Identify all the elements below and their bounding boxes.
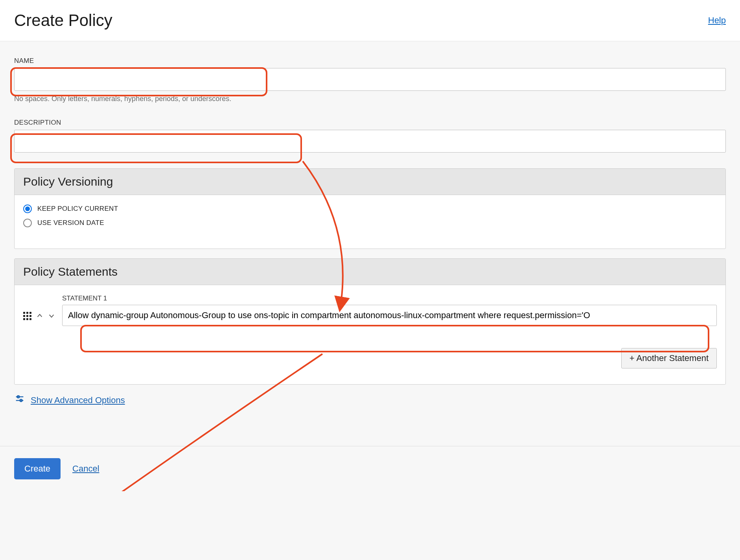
name-label: NAME — [14, 57, 726, 65]
name-input[interactable] — [14, 68, 726, 91]
create-button[interactable]: Create — [14, 458, 61, 479]
radio-label-use-version-date: USE VERSION DATE — [37, 219, 104, 227]
policy-versioning-title: Policy Versioning — [15, 169, 725, 195]
radio-icon — [23, 204, 32, 213]
name-helper-text: No spaces. Only letters, numerals, hyphe… — [14, 95, 726, 103]
page-title: Create Policy — [14, 11, 112, 30]
description-input[interactable] — [14, 130, 726, 153]
description-label: DESCRIPTION — [14, 119, 726, 127]
name-field: NAME No spaces. Only letters, numerals, … — [14, 57, 726, 103]
sliders-icon — [14, 394, 25, 407]
page-header: Create Policy Help — [0, 0, 740, 41]
add-statement-button[interactable]: + Another Statement — [621, 348, 717, 368]
help-link[interactable]: Help — [708, 15, 726, 26]
drag-handle-icon[interactable] — [23, 312, 31, 320]
description-field: DESCRIPTION — [14, 119, 726, 153]
radio-use-version-date[interactable]: USE VERSION DATE — [23, 219, 717, 227]
statement-1-input[interactable] — [62, 305, 717, 326]
radio-icon — [23, 219, 32, 227]
show-advanced-options-link[interactable]: Show Advanced Options — [31, 395, 125, 405]
statement-row: STATEMENT 1 — [23, 295, 717, 326]
move-up-icon[interactable] — [36, 312, 43, 319]
footer: Create Cancel — [0, 446, 740, 491]
statement-label: STATEMENT 1 — [62, 295, 717, 302]
policy-statements-panel: Policy Statements STATEMENT 1 — [14, 258, 726, 385]
policy-statements-title: Policy Statements — [15, 259, 725, 285]
cancel-link[interactable]: Cancel — [72, 464, 99, 474]
move-down-icon[interactable] — [48, 312, 55, 319]
advanced-options-row: Show Advanced Options — [14, 394, 726, 407]
policy-versioning-panel: Policy Versioning KEEP POLICY CURRENT US… — [14, 168, 726, 249]
radio-label-keep-current: KEEP POLICY CURRENT — [37, 205, 118, 213]
radio-keep-current[interactable]: KEEP POLICY CURRENT — [23, 204, 717, 213]
